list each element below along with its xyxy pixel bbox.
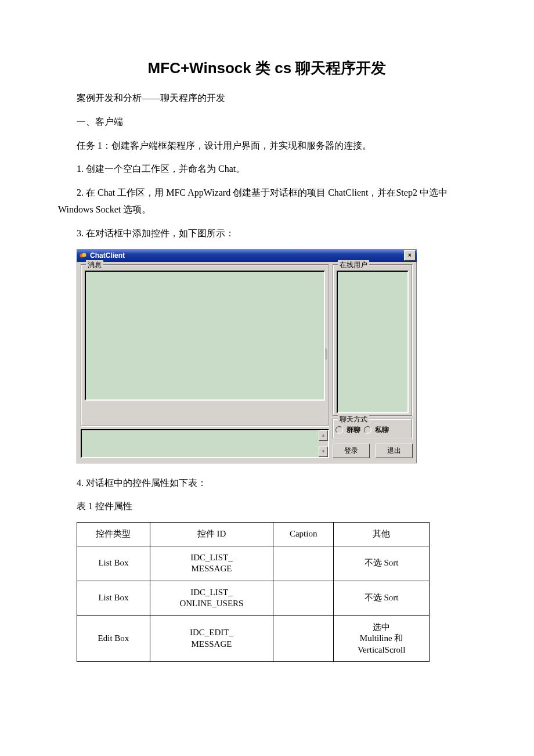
svg-point-1 bbox=[82, 253, 86, 257]
users-listbox[interactable] bbox=[337, 271, 409, 413]
cell: IDC_LIST_MESSAGE bbox=[150, 546, 273, 581]
exit-button[interactable]: 退出 bbox=[376, 444, 413, 458]
paragraph: 一、客户端 bbox=[58, 114, 476, 131]
paragraph: 2. 在 Chat 工作区，用 MFC AppWizard 创建基于对话框的项目… bbox=[58, 185, 476, 218]
chatclient-dialog: ChatClient × www.bdocx.com 消息 ▲ ▼ bbox=[77, 249, 417, 463]
th-other: 其他 bbox=[334, 523, 430, 546]
table-row: Edit Box IDC_EDIT_MESSAGE 选中Multiline 和V… bbox=[77, 615, 430, 662]
scrollbar[interactable]: ▲ ▼ bbox=[319, 430, 328, 457]
table-row: List Box IDC_LIST_ONLINE_USERS 不选 Sort bbox=[77, 581, 430, 615]
cell bbox=[273, 546, 334, 581]
group-online-users: 在线用户 bbox=[333, 264, 413, 416]
paragraph: 表 1 控件属性 bbox=[58, 498, 476, 515]
radio-group-label: 群聊 bbox=[347, 425, 360, 435]
group-users-label: 在线用户 bbox=[338, 260, 369, 270]
login-button[interactable]: 登录 bbox=[333, 444, 370, 458]
app-icon bbox=[78, 251, 88, 260]
scroll-up-icon[interactable]: ▲ bbox=[319, 430, 328, 441]
radio-group-icon[interactable] bbox=[335, 426, 343, 434]
scroll-down-icon[interactable]: ▼ bbox=[319, 447, 328, 457]
radio-private-icon[interactable] bbox=[364, 426, 371, 434]
cell bbox=[273, 615, 334, 662]
table-header-row: 控件类型 控件 ID Caption 其他 bbox=[77, 523, 430, 546]
paragraph: 1. 创建一个空白工作区，并命名为 Chat。 bbox=[58, 161, 476, 178]
cell: 选中Multiline 和VerticalScroll bbox=[334, 615, 430, 662]
group-message: 消息 bbox=[81, 264, 329, 427]
cell: IDC_EDIT_MESSAGE bbox=[150, 615, 273, 662]
control-properties-table: 控件类型 控件 ID Caption 其他 List Box IDC_LIST_… bbox=[77, 522, 430, 662]
cell: List Box bbox=[77, 581, 150, 615]
th-id: 控件 ID bbox=[150, 523, 273, 546]
window-title: ChatClient bbox=[90, 251, 404, 260]
message-listbox[interactable] bbox=[85, 271, 325, 401]
message-editbox[interactable]: ▲ ▼ bbox=[81, 429, 329, 458]
cell: 不选 Sort bbox=[334, 546, 430, 581]
cell bbox=[273, 581, 334, 615]
cell: Edit Box bbox=[77, 615, 150, 662]
cell: IDC_LIST_ONLINE_USERS bbox=[150, 581, 273, 615]
cell: List Box bbox=[77, 546, 150, 581]
cell: 不选 Sort bbox=[334, 581, 430, 615]
radio-private-label: 私聊 bbox=[375, 425, 389, 435]
group-mode-label: 聊天方式 bbox=[338, 415, 369, 424]
paragraph: 任务 1：创建客户端框架程序，设计用户界面，并实现和服务器的连接。 bbox=[58, 138, 476, 154]
table-row: List Box IDC_LIST_MESSAGE 不选 Sort bbox=[77, 546, 430, 581]
page-title: MFC+Winsock 类 cs 聊天程序开发 bbox=[58, 58, 476, 78]
paragraph: 3. 在对话框中添加控件，如下图所示： bbox=[58, 225, 476, 242]
paragraph: 4. 对话框中的控件属性如下表： bbox=[58, 475, 476, 492]
paragraph: 案例开发和分析——聊天程序的开发 bbox=[58, 90, 476, 107]
group-chatmode: 聊天方式 群聊 私聊 bbox=[333, 419, 413, 439]
close-icon[interactable]: × bbox=[404, 250, 416, 261]
th-type: 控件类型 bbox=[77, 523, 150, 546]
group-message-label: 消息 bbox=[86, 260, 103, 270]
th-caption: Caption bbox=[273, 523, 334, 546]
